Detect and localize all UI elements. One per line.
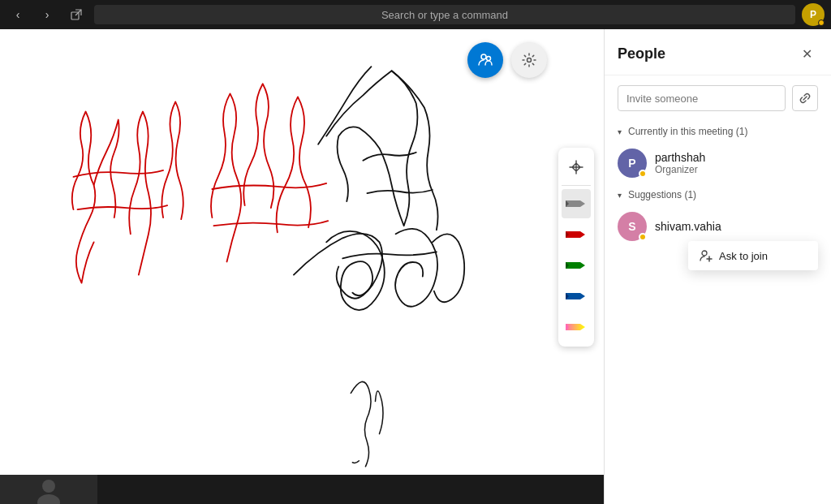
main-content: People ✕ ▾ Currently in this meeting (1)… [0, 29, 831, 504]
person-info-parthshah: parthshah Organizer [655, 151, 818, 175]
suggestions-label: Suggestions (1) [628, 189, 696, 200]
search-placeholder: Search or type a command [381, 9, 508, 21]
person-item-shivam: S shivam.vahia Ask to join [605, 205, 831, 248]
bottom-strip [0, 475, 604, 504]
sidebar-header: People ✕ [605, 29, 831, 75]
invite-input[interactable] [618, 85, 786, 111]
sidebar-close-button[interactable]: ✕ [795, 42, 818, 65]
pencil-tool-button[interactable] [562, 189, 591, 218]
search-bar[interactable]: Search or type a command [94, 5, 795, 24]
blue-pen-button[interactable] [562, 282, 591, 311]
people-sidebar: People ✕ ▾ Currently in this meeting (1)… [604, 29, 831, 504]
svg-point-3 [527, 58, 532, 62]
person-name: parthshah [655, 151, 818, 164]
person-info-shivam: shivam.vahia [655, 220, 818, 233]
invite-section [605, 75, 831, 121]
top-bar: ‹ › Search or type a command P [0, 0, 831, 29]
move-tool-button[interactable] [562, 153, 591, 182]
svg-point-15 [42, 480, 55, 493]
avatar-status-dot [818, 19, 825, 26]
in-meeting-chevron: ▾ [618, 127, 622, 136]
svg-point-1 [481, 54, 486, 59]
ask-to-join-button[interactable]: Ask to join [688, 241, 818, 270]
video-thumbnail [0, 475, 97, 504]
person-online-dot [639, 170, 647, 178]
in-meeting-label: Currently in this meeting (1) [628, 126, 747, 137]
toolbar-divider [562, 185, 591, 186]
person-item-parthshah: P parthshah Organizer [605, 142, 831, 184]
person-avatar-s: S [618, 212, 647, 241]
suggestions-section-header[interactable]: ▾ Suggestions (1) [605, 184, 831, 205]
forward-button[interactable]: › [36, 3, 58, 26]
in-meeting-section-header[interactable]: ▾ Currently in this meeting (1) [605, 121, 831, 142]
green-pen-button[interactable] [562, 251, 591, 280]
red-pen-button[interactable] [562, 220, 591, 249]
svg-point-2 [487, 57, 491, 61]
sidebar-title: People [618, 45, 665, 62]
svg-point-17 [702, 251, 707, 256]
person-role: Organizer [655, 164, 818, 175]
ask-to-join-label: Ask to join [719, 250, 768, 262]
ask-to-join-popup: Ask to join [688, 241, 818, 270]
person-avatar-p: P [618, 149, 647, 178]
suggestions-chevron: ▾ [618, 191, 622, 200]
drawing-toolbar [558, 148, 594, 347]
settings-fab-button[interactable] [511, 42, 547, 78]
back-button[interactable]: ‹ [6, 3, 29, 26]
floating-actions [467, 42, 547, 78]
user-avatar[interactable]: P [802, 3, 825, 26]
invite-link-button[interactable] [792, 85, 818, 111]
ask-to-join-icon [700, 249, 713, 262]
people-fab-button[interactable] [467, 42, 503, 78]
canvas-area[interactable] [0, 29, 604, 504]
external-link-button[interactable] [65, 3, 88, 26]
pink-pen-button[interactable] [562, 312, 591, 342]
person-name-shivam: shivam.vahia [655, 220, 818, 233]
handwriting-canvas [0, 29, 604, 504]
person-status-dot [639, 233, 647, 241]
